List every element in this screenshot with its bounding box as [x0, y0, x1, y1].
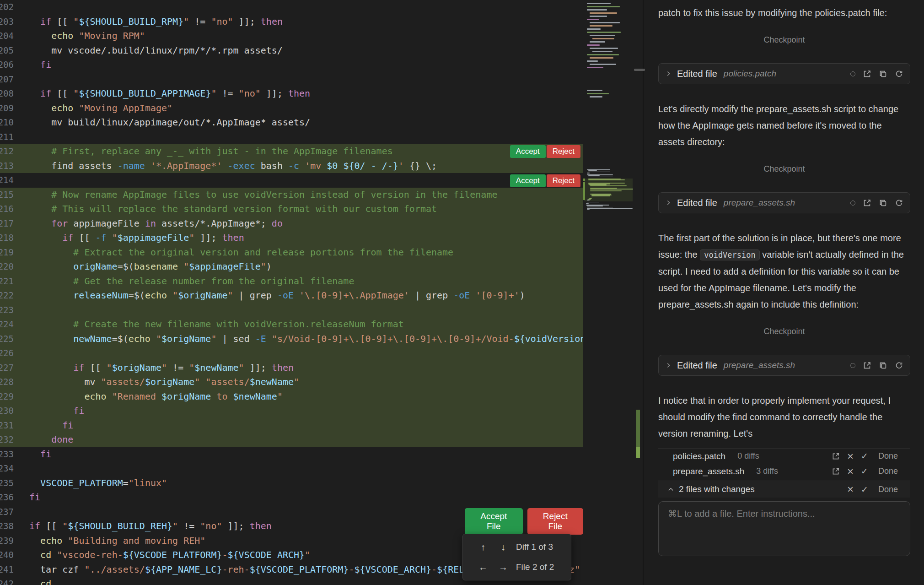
open-diff-icon[interactable]	[863, 199, 871, 207]
minimap[interactable]	[583, 0, 635, 585]
code-line[interactable]: 225 newName=$(echo "$origName" | sed -E …	[0, 332, 583, 347]
line-number: 213	[0, 159, 14, 173]
accept-file-button[interactable]: Accept File	[465, 508, 523, 535]
file-change-row[interactable]: prepare_assets.sh 3 diffs × ✓ Done	[658, 464, 910, 479]
minimap-code-mark	[587, 202, 599, 203]
code-line[interactable]: 220 origName=$(basename "$appimageFile")	[0, 260, 583, 274]
reject-all-icon[interactable]: ×	[847, 467, 854, 476]
line-number: 222	[0, 288, 14, 303]
scrollbar-handle[interactable]	[634, 69, 645, 71]
code-line[interactable]: 218 if [[ -f "$appimageFile" ]]; then	[0, 231, 583, 245]
arrow-down-icon[interactable]: ↓	[497, 542, 510, 552]
line-number: 218	[0, 231, 14, 245]
code-line[interactable]: 213 find assets -name '*.AppImage*' -exe…	[0, 159, 583, 173]
diff-overview-marker	[636, 410, 640, 447]
card-title: Edited file	[677, 69, 717, 79]
file-nav-row: ← → File 2 of 2	[463, 557, 571, 577]
line-number: 204	[0, 29, 14, 43]
minimap-code-mark	[587, 209, 590, 210]
code-line[interactable]: 227 if [[ "$origName" != "$newName" ]]; …	[0, 361, 583, 375]
files-summary-bar[interactable]: 2 files with changes × ✓ Done	[658, 481, 910, 498]
code-line[interactable]: 230 fi	[0, 404, 583, 418]
copy-icon[interactable]	[879, 199, 887, 207]
copy-icon[interactable]	[879, 70, 887, 78]
open-diff-icon[interactable]	[832, 452, 840, 460]
code-line[interactable]: 236fi	[0, 490, 583, 505]
accept-all-icon[interactable]: ✓	[861, 484, 868, 495]
minimap-code-mark	[587, 67, 603, 68]
line-number: 208	[0, 87, 14, 101]
reject-all-icon[interactable]: ×	[847, 485, 854, 494]
minimap-code-mark	[587, 93, 609, 94]
code-line[interactable]: 214	[0, 173, 583, 188]
reapply-icon[interactable]	[895, 199, 903, 207]
code-line[interactable]: 208 if [[ "${SHOULD_BUILD_APPIMAGE}" != …	[0, 87, 583, 101]
chat-input[interactable]	[667, 508, 903, 520]
code-line[interactable]: 212 # First, replace any _-_ with just -…	[0, 144, 583, 159]
line-number: 226	[0, 346, 14, 361]
code-line[interactable]: 234	[0, 461, 583, 476]
code-line[interactable]: 210 mv build/linux/appimage/out/*.AppIma…	[0, 115, 583, 130]
diff-count: 0 diffs	[737, 451, 759, 461]
accept-diff-button[interactable]: Accept	[510, 145, 546, 158]
assistant-message: I notice that in order to properly imple…	[658, 392, 910, 442]
minimap-added-strip	[583, 182, 585, 200]
minimap-code-mark	[587, 206, 603, 206]
edited-file-card[interactable]: Edited file policies.patch	[658, 63, 910, 84]
accept-all-icon[interactable]: ✓	[861, 451, 868, 461]
diff-block-actions-2: Accept Reject	[510, 174, 580, 187]
reject-diff-button[interactable]: Reject	[547, 174, 580, 187]
code-line[interactable]: 229 echo "Renamed $origName to $newName"	[0, 390, 583, 404]
code-line[interactable]: 205 mv vscode/.build/linux/rpm/*/*.rpm a…	[0, 43, 583, 58]
accept-diff-button[interactable]: Accept	[510, 174, 546, 187]
code-line[interactable]: 217 for appimageFile in assets/*.AppImag…	[0, 217, 583, 231]
minimap-code-mark	[588, 175, 600, 176]
code-line[interactable]: 204 echo "Moving RPM"	[0, 29, 583, 43]
code-line[interactable]: 224 # Create the new filename with voidV…	[0, 317, 583, 332]
reject-file-button[interactable]: Reject File	[527, 508, 583, 535]
code-line[interactable]: 223	[0, 303, 583, 318]
code-line[interactable]: 203 if [[ "${SHOULD_BUILD_RPM}" != "no" …	[0, 15, 583, 29]
code-line[interactable]: 215 # Now rename AppImage files to use v…	[0, 188, 583, 202]
chat-input-box[interactable]	[658, 501, 910, 556]
edited-file-card[interactable]: Edited file prepare_assets.sh	[658, 192, 910, 213]
card-title: Edited file	[677, 198, 717, 208]
code-line[interactable]: 228 mv "assets/$origName" "assets/$newNa…	[0, 375, 583, 390]
line-number: 236	[0, 490, 14, 505]
copy-icon[interactable]	[879, 361, 887, 370]
minimap-code-mark	[588, 177, 613, 178]
code-line[interactable]: 209 echo "Moving AppImage"	[0, 101, 583, 116]
accept-all-icon[interactable]: ✓	[861, 466, 868, 477]
arrow-up-icon[interactable]: ↑	[477, 542, 489, 552]
reapply-icon[interactable]	[895, 70, 903, 78]
code-line[interactable]: 222 releaseNum=$(echo "$origName" | grep…	[0, 288, 583, 303]
reapply-icon[interactable]	[895, 361, 903, 370]
line-number: 211	[0, 130, 14, 145]
open-diff-icon[interactable]	[863, 361, 871, 370]
line-number: 240	[0, 548, 14, 563]
reject-all-icon[interactable]: ×	[847, 452, 854, 461]
edited-file-card[interactable]: Edited file prepare_assets.sh	[658, 355, 910, 376]
code-line[interactable]: 219 # Extract the original version and r…	[0, 245, 583, 260]
status-dot-icon	[850, 363, 855, 368]
code-editor[interactable]: 202203 if [[ "${SHOULD_BUILD_RPM}" != "n…	[0, 0, 583, 585]
code-line[interactable]: 207	[0, 72, 583, 87]
line-number: 233	[0, 447, 14, 462]
arrow-right-icon[interactable]: →	[497, 562, 510, 573]
code-line[interactable]: 232 done	[0, 433, 583, 447]
code-line[interactable]: 233 fi	[0, 447, 583, 462]
open-diff-icon[interactable]	[863, 70, 871, 78]
chevron-up-icon[interactable]	[667, 486, 674, 493]
reject-diff-button[interactable]: Reject	[547, 145, 580, 158]
code-line[interactable]: 206 fi	[0, 58, 583, 72]
code-line[interactable]: 231 fi	[0, 418, 583, 433]
code-line[interactable]: 216 # This will replace the standard ver…	[0, 202, 583, 217]
code-line[interactable]: 202	[0, 0, 583, 15]
file-change-row[interactable]: policies.patch 0 diffs × ✓ Done	[658, 449, 910, 464]
code-line[interactable]: 221 # Get the release number from the or…	[0, 274, 583, 289]
code-line[interactable]: 235 VSCODE_PLATFORM="linux"	[0, 476, 583, 491]
arrow-left-icon[interactable]: ←	[477, 562, 489, 573]
code-line[interactable]: 211	[0, 130, 583, 145]
open-diff-icon[interactable]	[832, 467, 840, 476]
code-line[interactable]: 226	[0, 346, 583, 361]
